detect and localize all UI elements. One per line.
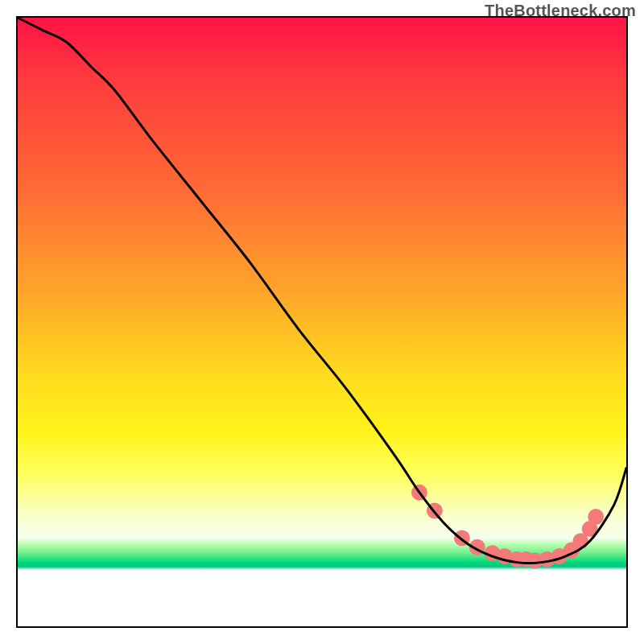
chart-container: TheBottleneck.com — [0, 0, 644, 644]
plot-area — [16, 16, 628, 628]
bottleneck-curve-path — [18, 18, 626, 564]
marker-group — [411, 485, 604, 569]
highlight-dot — [588, 509, 604, 525]
curve-layer — [18, 18, 626, 626]
